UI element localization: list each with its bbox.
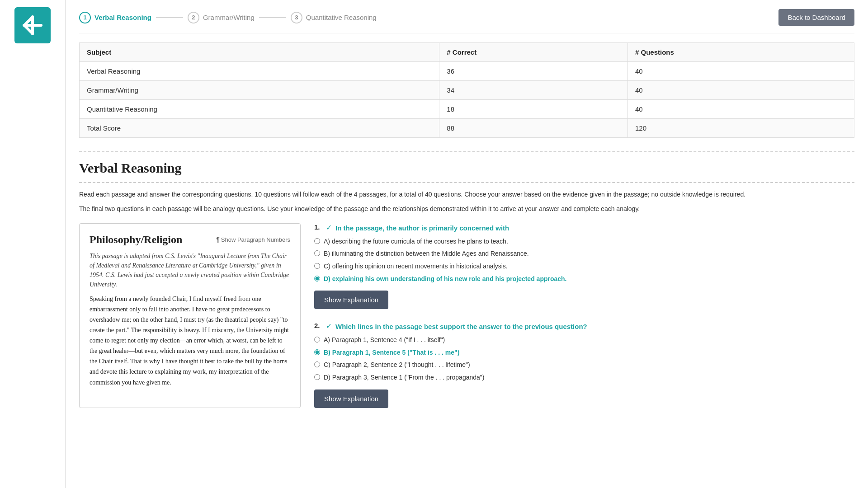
step-3-label: Quantitative Reasoning <box>306 14 377 21</box>
question-num-2: 2. <box>314 322 322 329</box>
question-header-1: 1. ✓ In the passage, the author is prima… <box>314 223 854 233</box>
radio-2-3[interactable] <box>314 374 320 380</box>
passage-header: Philosophy/Religion ¶ Show Paragraph Num… <box>90 234 290 246</box>
instructions-1: Read each passage and answer the corresp… <box>79 189 854 199</box>
option-label-1-0: A) describing the future curricula of th… <box>324 237 508 246</box>
radio-2-1[interactable] <box>314 349 320 355</box>
check-icon-1: ✓ <box>326 223 332 232</box>
section-divider <box>79 151 854 152</box>
cell-correct: 88 <box>439 119 628 138</box>
radio-1-3[interactable] <box>314 276 320 282</box>
question-text-2[interactable]: Which lines in the passage best support … <box>335 322 587 331</box>
radio-1-2[interactable] <box>314 263 320 269</box>
radio-1-1[interactable] <box>314 250 320 256</box>
step-2-label: Grammar/Writing <box>203 14 255 21</box>
sidebar <box>0 0 66 488</box>
logo-icon <box>21 14 44 37</box>
step-verbal-reasoning[interactable]: 1 Verbal Reasoning <box>79 12 151 23</box>
option-label-1-3: D) explaining his own understanding of h… <box>324 275 567 284</box>
table-row: Quantitative Reasoning 18 40 <box>80 100 854 119</box>
cell-questions: 40 <box>628 62 854 81</box>
option-2-3[interactable]: D) Paragraph 3, Sentence 1 ("From the . … <box>314 373 854 382</box>
cell-correct: 36 <box>439 62 628 81</box>
app-logo[interactable] <box>14 7 51 43</box>
passage-source: This passage is adapted from C.S. Lewis'… <box>90 251 290 289</box>
option-1-0[interactable]: A) describing the future curricula of th… <box>314 237 854 246</box>
radio-2-0[interactable] <box>314 337 320 343</box>
option-label-1-1: B) illuminating the distinction between … <box>324 249 529 258</box>
step-quantitative[interactable]: 3 Quantitative Reasoning <box>291 12 377 23</box>
main-content: 1 Verbal Reasoning 2 Grammar/Writing 3 Q… <box>66 0 868 488</box>
cell-subject: Verbal Reasoning <box>80 62 439 81</box>
cell-subject: Quantitative Reasoning <box>80 100 439 119</box>
cell-subject: Total Score <box>80 119 439 138</box>
option-label-2-2: C) Paragraph 2, Sentence 2 ("I thought .… <box>324 361 470 370</box>
check-icon-2: ✓ <box>326 322 332 330</box>
score-table: Subject # Correct # Questions Verbal Rea… <box>79 42 854 138</box>
option-1-1[interactable]: B) illuminating the distinction between … <box>314 249 854 258</box>
passage-box: Philosophy/Religion ¶ Show Paragraph Num… <box>79 223 301 408</box>
show-explanation-button-1[interactable]: Show Explanation <box>314 291 388 309</box>
option-label-2-3: D) Paragraph 3, Sentence 1 ("From the . … <box>324 373 484 382</box>
question-text-1[interactable]: In the passage, the author is primarily … <box>335 223 509 233</box>
step-1-circle: 1 <box>79 12 91 23</box>
option-2-2[interactable]: C) Paragraph 2, Sentence 2 ("I thought .… <box>314 361 854 370</box>
content-area: Philosophy/Religion ¶ Show Paragraph Num… <box>79 223 854 408</box>
passage-title: Philosophy/Religion <box>90 234 182 246</box>
questions-area: 1. ✓ In the passage, the author is prima… <box>314 223 854 408</box>
cell-questions: 40 <box>628 81 854 100</box>
question-num-1: 1. <box>314 223 322 231</box>
back-to-dashboard-button[interactable]: Back to Dashboard <box>778 9 854 26</box>
step-grammar[interactable]: 2 Grammar/Writing <box>188 12 255 23</box>
cell-subject: Grammar/Writing <box>80 81 439 100</box>
step-2-circle: 2 <box>188 12 199 23</box>
col-questions: # Questions <box>628 43 854 62</box>
step-1-label: Verbal Reasoning <box>94 14 151 21</box>
options-list-2: A) Paragraph 1, Sentence 4 ("If I . . . … <box>314 336 854 382</box>
table-row: Grammar/Writing 34 40 <box>80 81 854 100</box>
verbal-reasoning-title: Verbal Reasoning <box>79 160 854 183</box>
option-label-2-0: A) Paragraph 1, Sentence 4 ("If I . . . … <box>324 336 445 345</box>
cell-correct: 34 <box>439 81 628 100</box>
paragraph-symbol: ¶ <box>216 236 220 243</box>
option-1-2[interactable]: C) offering his opinion on recent moveme… <box>314 262 854 271</box>
cell-correct: 18 <box>439 100 628 119</box>
option-label-1-2: C) offering his opinion on recent moveme… <box>324 262 508 271</box>
cell-questions: 120 <box>628 119 854 138</box>
step-3-circle: 3 <box>291 12 302 23</box>
option-2-1[interactable]: B) Paragraph 1, Sentence 5 ("That is . .… <box>314 348 854 357</box>
nav-steps: 1 Verbal Reasoning 2 Grammar/Writing 3 Q… <box>79 12 778 23</box>
show-para-label: Show Paragraph Numbers <box>221 236 290 243</box>
instructions-2: The final two questions in each passage … <box>79 204 854 214</box>
table-row: Verbal Reasoning 36 40 <box>80 62 854 81</box>
step-divider-1 <box>156 17 183 18</box>
passage-text: Speaking from a newly founded Chair, I f… <box>90 294 290 388</box>
options-list-1: A) describing the future curricula of th… <box>314 237 854 283</box>
option-2-0[interactable]: A) Paragraph 1, Sentence 4 ("If I . . . … <box>314 336 854 345</box>
col-subject: Subject <box>80 43 439 62</box>
question-block-2: 2. ✓ Which lines in the passage best sup… <box>314 322 854 408</box>
step-divider-2 <box>259 17 286 18</box>
question-block-1: 1. ✓ In the passage, the author is prima… <box>314 223 854 309</box>
table-row: Total Score 88 120 <box>80 119 854 138</box>
col-correct: # Correct <box>439 43 628 62</box>
radio-2-2[interactable] <box>314 361 320 367</box>
radio-1-0[interactable] <box>314 238 320 244</box>
show-paragraph-numbers-button[interactable]: ¶ Show Paragraph Numbers <box>216 236 290 243</box>
top-nav: 1 Verbal Reasoning 2 Grammar/Writing 3 Q… <box>79 0 854 33</box>
cell-questions: 40 <box>628 100 854 119</box>
question-header-2: 2. ✓ Which lines in the passage best sup… <box>314 322 854 331</box>
option-1-3[interactable]: D) explaining his own understanding of h… <box>314 275 854 284</box>
option-label-2-1: B) Paragraph 1, Sentence 5 ("That is . .… <box>324 348 459 357</box>
show-explanation-button-2[interactable]: Show Explanation <box>314 389 388 408</box>
